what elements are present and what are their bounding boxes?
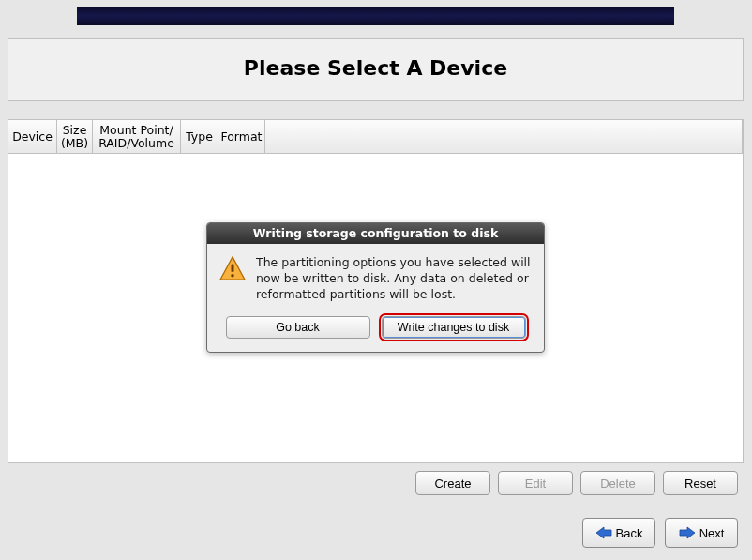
warning-icon [218, 255, 247, 283]
delete-button: Delete [580, 471, 655, 495]
dialog-title: Writing storage configuration to disk [207, 223, 544, 244]
svg-marker-0 [596, 527, 611, 538]
column-header-type[interactable]: Type [181, 120, 218, 153]
back-button-label: Back [616, 526, 643, 540]
dialog-message: The partitioning options you have select… [256, 255, 533, 303]
go-back-button[interactable]: Go back [226, 316, 370, 339]
reset-button[interactable]: Reset [663, 471, 738, 495]
arrow-left-icon [595, 526, 612, 539]
column-header-device[interactable]: Device [8, 120, 57, 153]
dialog-actions: Go back Write changes to disk [207, 310, 544, 352]
write-changes-dialog: Writing storage configuration to disk Th… [206, 222, 545, 353]
installer-banner [77, 7, 674, 25]
write-changes-button[interactable]: Write changes to disk [382, 316, 526, 339]
next-button[interactable]: Next [665, 518, 738, 548]
column-header-mount[interactable]: Mount Point/ RAID/Volume [93, 120, 181, 153]
arrow-right-icon [679, 526, 696, 539]
dialog-body: The partitioning options you have select… [207, 244, 544, 310]
svg-point-4 [231, 274, 234, 278]
create-button[interactable]: Create [415, 471, 490, 495]
device-table-header: Device Size (MB) Mount Point/ RAID/Volum… [8, 120, 743, 154]
back-button[interactable]: Back [582, 518, 655, 548]
column-header-size[interactable]: Size (MB) [57, 120, 93, 153]
page-title-area: Please Select A Device [8, 39, 743, 100]
svg-marker-1 [680, 527, 695, 538]
wizard-nav-row: Back Next [8, 518, 744, 548]
svg-rect-3 [232, 264, 234, 271]
column-header-spacer [265, 120, 743, 153]
edit-button: Edit [498, 471, 573, 495]
page-title: Please Select A Device [8, 56, 743, 80]
column-header-format[interactable]: Format [218, 120, 265, 153]
partition-action-row: Create Edit Delete Reset [8, 467, 744, 495]
title-panel: Please Select A Device [8, 38, 744, 101]
next-button-label: Next [699, 526, 725, 540]
